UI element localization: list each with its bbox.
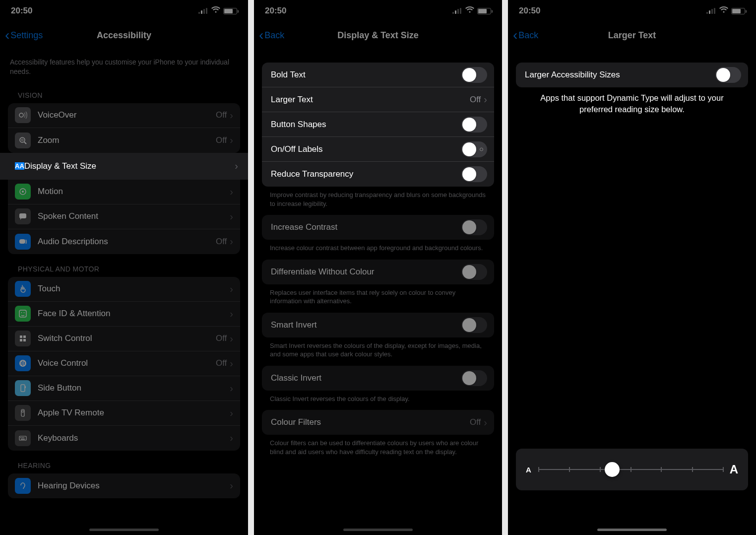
chevron-right-icon: › [230, 186, 233, 198]
home-indicator[interactable] [89, 529, 159, 531]
page-title: Larger Text [608, 30, 656, 41]
back-button[interactable]: ‹ Back [513, 28, 538, 42]
row-touch[interactable]: Touch › [8, 277, 240, 302]
status-bar: 20:50 [254, 0, 502, 22]
row-label: Audio Descriptions [38, 237, 216, 247]
chevron-right-icon: › [230, 236, 233, 247]
row-label: On/Off Labels [271, 144, 461, 154]
row-appletv-remote[interactable]: Apple TV Remote › [8, 401, 240, 426]
row-label: Voice Control [38, 358, 216, 368]
faceid-icon [15, 306, 31, 322]
row-differentiate[interactable]: Differentiate Without Colour [262, 260, 494, 284]
toggle-classic-invert[interactable] [461, 370, 487, 386]
chevron-right-icon: › [230, 134, 233, 146]
row-larger-accessibility-sizes[interactable]: Larger Accessibility Sizes [516, 63, 748, 87]
page-title: Display & Text Size [337, 30, 419, 41]
toggle-reduce-transparency[interactable] [461, 166, 487, 182]
toggle-differentiate[interactable] [461, 264, 487, 280]
row-voice-control[interactable]: Voice Control Off › [8, 351, 240, 376]
row-label: Button Shapes [271, 120, 461, 130]
toggle-onoff-labels[interactable] [461, 141, 487, 157]
wifi-icon [211, 6, 220, 16]
voice-control-icon [15, 355, 31, 371]
status-time: 20:50 [11, 6, 32, 16]
footer-smart: Smart Invert reverses the colours of the… [254, 337, 502, 366]
back-button[interactable]: ‹ Back [259, 28, 284, 42]
hearing-devices-icon [15, 478, 31, 494]
row-voiceover[interactable]: VoiceOver Off › [8, 103, 240, 128]
nav-bar: ‹ Back Larger Text [508, 22, 756, 49]
row-label: Motion [38, 187, 230, 197]
row-smart-invert[interactable]: Smart Invert [262, 313, 494, 337]
home-indicator[interactable] [343, 529, 413, 531]
slider-knob[interactable] [605, 462, 620, 477]
svg-rect-8 [19, 310, 26, 317]
row-keyboards[interactable]: Keyboards › [8, 426, 240, 451]
chevron-right-icon: › [230, 308, 233, 320]
row-display-text-size[interactable]: AA Display & Text Size › [0, 153, 248, 180]
toggle-bold-text[interactable] [461, 67, 487, 83]
back-label: Settings [10, 30, 43, 41]
row-label: Hearing Devices [38, 481, 230, 491]
svg-point-1 [20, 137, 25, 142]
switch-control-icon [15, 331, 31, 346]
row-classic-invert[interactable]: Classic Invert [262, 366, 494, 391]
row-switch-control[interactable]: Switch Control Off › [8, 327, 240, 351]
svg-rect-13 [20, 339, 22, 341]
row-label: Larger Accessibility Sizes [525, 70, 715, 80]
row-label: Zoom [38, 135, 216, 145]
chevron-right-icon: › [484, 94, 487, 105]
zoom-icon [15, 133, 31, 148]
row-value: Off [216, 358, 227, 368]
row-label: Keyboards [38, 433, 230, 443]
toggle-smart-invert[interactable] [461, 317, 487, 333]
row-value: Off [470, 95, 481, 105]
side-button-icon [15, 380, 31, 396]
row-audio-descriptions[interactable]: Audio Descriptions Off › [8, 229, 240, 254]
appletv-remote-icon [15, 405, 31, 421]
row-bold-text[interactable]: Bold Text [262, 63, 494, 87]
footer-transparency: Improve contrast by reducing transparenc… [254, 187, 502, 215]
toggle-larger-accessibility-sizes[interactable] [715, 67, 741, 83]
row-label: Side Button [38, 383, 230, 393]
row-side-button[interactable]: Side Button › [8, 376, 240, 401]
row-label: Touch [38, 284, 230, 294]
text-size-slider[interactable]: A A [516, 449, 748, 490]
text-size-icon: AA [15, 162, 24, 170]
home-indicator[interactable] [597, 529, 667, 531]
page-title: Accessibility [97, 30, 151, 41]
row-faceid[interactable]: Face ID & Attention › [8, 302, 240, 327]
toggle-increase-contrast[interactable] [461, 219, 487, 235]
row-colour-filters[interactable]: Colour Filters Off › [262, 410, 494, 435]
keyboards-icon [15, 430, 31, 446]
row-onoff-labels[interactable]: On/Off Labels [262, 137, 494, 162]
back-label: Back [518, 30, 538, 41]
row-hearing-devices[interactable]: Hearing Devices › [8, 473, 240, 498]
chevron-right-icon: › [230, 407, 233, 419]
status-bar: 20:50 [508, 0, 756, 22]
svg-rect-12 [23, 335, 26, 338]
phone-larger-text: 20:50 ‹ Back Larger Text Larger Accessib… [508, 0, 756, 535]
row-zoom[interactable]: Zoom Off › [8, 128, 240, 153]
slider-track[interactable] [538, 469, 723, 470]
chevron-right-icon: › [484, 417, 487, 428]
row-label: Reduce Transparency [271, 169, 461, 179]
back-button[interactable]: ‹ Settings [5, 28, 43, 42]
svg-rect-11 [20, 335, 22, 338]
row-increase-contrast[interactable]: Increase Contrast [262, 215, 494, 240]
section-header-hearing: HEARING [0, 451, 248, 473]
cellular-icon [706, 8, 716, 14]
status-time: 20:50 [265, 6, 286, 16]
row-reduce-transparency[interactable]: Reduce Transparency [262, 162, 494, 187]
svg-point-10 [24, 312, 25, 313]
row-button-shapes[interactable]: Button Shapes [262, 112, 494, 137]
row-larger-text[interactable]: Larger Text Off › [262, 87, 494, 112]
row-spoken-content[interactable]: Spoken Content › [8, 204, 240, 229]
toggle-button-shapes[interactable] [461, 117, 487, 133]
row-motion[interactable]: Motion › [8, 180, 240, 204]
battery-icon [223, 8, 237, 14]
row-label: Larger Text [271, 95, 470, 105]
footer-differentiate: Replaces user interface items that rely … [254, 284, 502, 313]
row-value: Off [470, 417, 481, 427]
intro-text: Accessibility features help you customis… [0, 49, 248, 80]
